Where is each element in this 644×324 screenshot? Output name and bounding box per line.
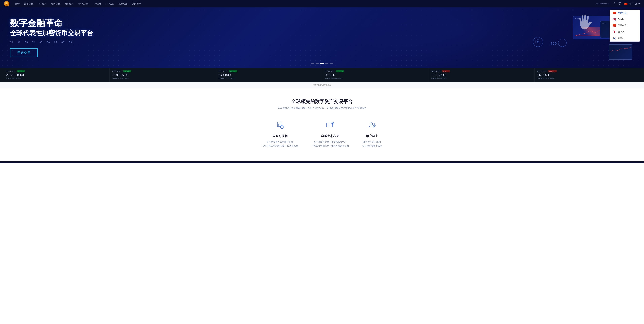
nav-item-up-finance[interactable]: UP理财 (92, 0, 104, 8)
navbar-right: 1631096556.00 🇨🇳 简体中文 🇨🇳简体中文🇬🇧English🇨🇳繁… (596, 2, 640, 6)
lang-flag-icon: 🇨🇳 (624, 2, 628, 6)
feature-item-ecosystem: 全球生态布局 多个国家设立本土化交易服务中心打造多业务形态为一体的区块链生态圈 (312, 120, 349, 148)
hero-carousel-dots (311, 63, 333, 64)
ticker-vol: 24H量 154616.6694 (537, 77, 638, 80)
features-subtitle: 为全球超过130个国家的数百万用户提供安全、可信赖的数字资产交易及资产管理服务 (7, 107, 637, 110)
ticker-change-badge: -33.89% (548, 70, 557, 72)
hero-number: 05 (40, 41, 43, 44)
notice-text[interactable]: 用户协议及隐私政策 (313, 84, 331, 86)
carousel-dot-1[interactable] (316, 63, 319, 64)
lang-option-简体中文[interactable]: 🇨🇳简体中文 (610, 10, 640, 16)
feature-icon-user-first (366, 120, 378, 131)
ticker-price: 21550.1000 (6, 73, 107, 77)
user-icon[interactable] (613, 2, 616, 6)
features-section: 全球领先的数字资产交易平台 为全球超过130个国家的数百万用户提供安全、可信赖的… (0, 88, 644, 161)
ticker-item-LTC-USDT[interactable]: LTC/USDT +2.39% 54.0800 24H量 113297.1604 (216, 68, 322, 82)
lang-option-flag: 🇯🇵 (612, 31, 616, 33)
feature-icon-ecosystem (325, 120, 336, 131)
hero-title-2: 全球代表性加密货币交易平台 (10, 29, 93, 37)
hero-section: 数字金融革命 全球代表性加密货币交易平台 010203040506070809 … (0, 8, 644, 68)
ticker-item-EOS-USDT[interactable]: EOS/USDT +2.67% 0.9926 24H量 3969904.4582 (322, 68, 428, 82)
start-trading-button[interactable]: 开始交易 (10, 48, 38, 57)
nav-item-contract[interactable]: 合约交易 (49, 0, 62, 8)
svg-rect-3 (619, 2, 621, 4)
ticker-item-ETH-USDT[interactable]: ETH/USDT +4.09% 1181.0700 24H量 274587.49… (110, 68, 216, 82)
lang-option-flag: 🇰🇷 (612, 37, 616, 40)
ticker-price: 0.9926 (325, 73, 426, 77)
lang-option-日本語[interactable]: 🇯🇵日本語 (610, 29, 640, 35)
navbar-time: 1631096556.00 (596, 3, 610, 5)
ticker-vol: 24H量 113297.1604 (218, 77, 319, 80)
svg-point-5 (280, 125, 284, 129)
ticker-vol: 24H量 34531.2924 (431, 77, 532, 80)
feature-item-user-first: 用户至上 建立先行赔付机制设立投资者保护基金 (362, 120, 382, 148)
nav-item-ieo[interactable]: IEO认购 (104, 0, 116, 8)
carousel-dot-2[interactable] (320, 63, 324, 64)
lang-label: 简体中文 (628, 2, 637, 5)
footer (0, 161, 644, 163)
lang-option-flag: 🇬🇧 (612, 18, 616, 21)
features-title: 全球领先的数字资产交易平台 (7, 98, 637, 105)
lang-option-한국어[interactable]: 🇰🇷한국어 (610, 35, 640, 42)
svg-point-9 (373, 125, 375, 127)
lang-option-flag: 🇨🇳 (612, 24, 616, 27)
svg-point-8 (370, 123, 373, 125)
ticker-item-BTC-USDT[interactable]: BTC/USDT +3.48% 21550.1000 24H量 23609.63… (3, 68, 110, 82)
ticker-price: 54.0800 (218, 73, 319, 77)
ticker-pair: BCH/USDT -1.25% (431, 70, 532, 72)
ticker-pair: ETH/USDT +4.09% (112, 70, 213, 72)
feature-item-security: 安全可信赖 5 年数字资产金融服务经验专业分布式架构和防 DDOS 攻击系统 (262, 120, 298, 148)
svg-point-2 (614, 2, 615, 3)
feature-title: 全球生态布局 (312, 134, 349, 138)
lang-option-flag: 🇨🇳 (612, 12, 616, 14)
nav-item-assets[interactable]: 我的资产 (130, 0, 143, 8)
ticker-price: 16.7021 (537, 73, 638, 77)
ticker-item-ETC-USDT[interactable]: ETC/USDT -33.89% 16.7021 24H量 154616.669… (534, 68, 641, 82)
nav-menu: 行情法币交易币币交易合约交易期权交易流动性挖矿UP理财IEO认购在线客服我的资产 (13, 0, 596, 8)
svg-point-7 (332, 122, 334, 124)
lang-dropdown: 🇨🇳简体中文🇬🇧English🇨🇳繁體中文🇯🇵日本語🇰🇷한국어 (610, 10, 640, 42)
features-grid: 安全可信赖 5 年数字资产金融服务经验专业分布式架构和防 DDOS 攻击系统 全… (7, 120, 637, 148)
nav-item-liquidity[interactable]: 流动性挖矿 (76, 0, 92, 8)
carousel-dot-0[interactable] (311, 63, 314, 64)
hero-bg-dots (0, 8, 644, 68)
nav-item-fiat[interactable]: 法币交易 (22, 0, 35, 8)
navbar: U 行情法币交易币币交易合约交易期权交易流动性挖矿UP理财IEO认购在线客服我的… (0, 0, 644, 8)
arrows-decoration: ❯❯❯ (550, 41, 556, 45)
feature-desc: 多个国家设立本土化交易服务中心打造多业务形态为一体的区块链生态圈 (312, 140, 349, 148)
ticker-change-badge: +2.67% (336, 70, 344, 72)
hero-numbers: 010203040506070809 (10, 41, 93, 44)
nav-item-support[interactable]: 在线客服 (116, 0, 130, 8)
circle-deco-2 (558, 39, 566, 47)
ticker-change-badge: -1.25% (442, 70, 450, 72)
hero-number: 02 (18, 41, 21, 44)
lang-option-繁體中文[interactable]: 🇨🇳繁體中文 (610, 22, 640, 29)
hero-number: 08 (62, 41, 65, 44)
carousel-dot-3[interactable] (325, 63, 328, 64)
hero-number: 06 (47, 41, 50, 44)
feature-desc: 5 年数字资产金融服务经验专业分布式架构和防 DDOS 攻击系统 (262, 140, 298, 148)
screen-small-2 (609, 45, 632, 60)
hand-3d-icon: 🖐 (577, 14, 594, 30)
ticker-pair: ETC/USDT -33.89% (537, 70, 638, 72)
ticker-price: 1181.0700 (112, 73, 213, 77)
ticker-change-badge: +2.39% (229, 70, 237, 72)
carousel-dot-4[interactable] (330, 63, 333, 64)
ticker-change-badge: +4.09% (123, 70, 132, 72)
download-icon[interactable] (618, 2, 622, 6)
feature-title: 安全可信赖 (262, 134, 298, 138)
svg-text:U: U (6, 3, 8, 5)
ticker-vol: 24H量 274587.4967 (112, 77, 213, 80)
lang-button[interactable]: 🇨🇳 简体中文 (624, 2, 640, 6)
lang-wrapper: 🇨🇳 简体中文 🇨🇳简体中文🇬🇧English🇨🇳繁體中文🇯🇵日本語🇰🇷한국어 (624, 2, 640, 6)
hero-title-1: 数字金融革命 (10, 18, 93, 28)
nav-item-spot[interactable]: 币币交易 (35, 0, 49, 8)
feature-title: 用户至上 (362, 134, 382, 138)
feature-desc: 建立先行赔付机制设立投资者保护基金 (362, 140, 382, 148)
ticker-pair: BTC/USDT +3.48% (6, 70, 107, 72)
nav-item-options[interactable]: 期权交易 (62, 0, 76, 8)
lang-option-English[interactable]: 🇬🇧English (610, 16, 640, 22)
ticker-item-BCH-USDT[interactable]: BCH/USDT -1.25% 119.9800 24H量 34531.2924 (428, 68, 534, 82)
logo[interactable]: U (4, 1, 10, 7)
nav-item-market[interactable]: 行情 (13, 0, 22, 8)
